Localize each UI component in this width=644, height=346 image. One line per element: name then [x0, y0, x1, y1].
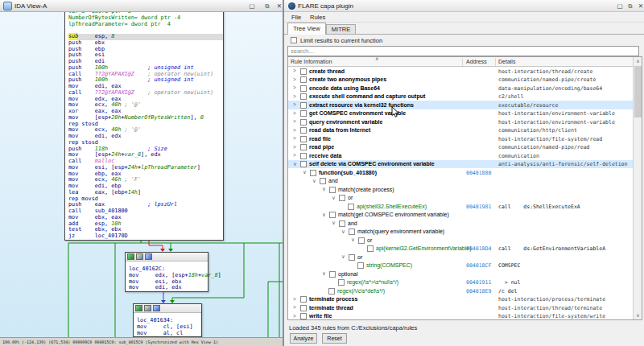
maximize-icon[interactable]: ▢	[614, 2, 625, 10]
column-details[interactable]: Details	[498, 59, 515, 64]
rule-checkbox[interactable]	[358, 237, 365, 244]
rule-name[interactable]: query environment variable	[309, 119, 382, 125]
expand-arrow-icon[interactable]: >	[293, 127, 296, 133]
menu-rules[interactable]: Rules	[310, 14, 325, 21]
rule-name[interactable]: match(query environment variable)	[357, 229, 444, 234]
rule-checkbox[interactable]	[300, 161, 307, 167]
rule-checkbox[interactable]	[300, 127, 307, 134]
expand-arrow-icon[interactable]: >	[293, 118, 296, 124]
rule-name[interactable]: match(create process)	[338, 187, 394, 192]
rule-checkbox[interactable]	[300, 136, 307, 142]
float-icon[interactable]: ⧉	[262, 2, 273, 10]
rule-checkbox[interactable]	[348, 204, 354, 210]
rule-name[interactable]: write file	[309, 313, 332, 319]
rule-checkbox[interactable]	[300, 76, 307, 83]
rule-checkbox[interactable]	[349, 254, 355, 261]
expand-arrow-icon[interactable]: >	[293, 76, 296, 82]
rule-checkbox[interactable]	[320, 178, 326, 184]
scrollbar-thumb[interactable]	[634, 66, 642, 117]
rule-checkbox[interactable]	[339, 220, 345, 227]
tree-row[interactable]: ∨match(create process)	[288, 185, 634, 194]
rule-name[interactable]: and	[328, 178, 338, 183]
rule-row[interactable]: >terminate threadhost-interaction/thread…	[288, 303, 634, 312]
rule-name[interactable]: function(sub_401880)	[319, 170, 377, 175]
rule-row[interactable]: >write filehost-interaction/file-system/…	[288, 312, 634, 321]
collapse-arrow-icon[interactable]: ∨	[312, 178, 316, 184]
tree-row[interactable]: ∨match(get COMSPEC environment variable)	[288, 211, 634, 220]
rule-name[interactable]: match(get COMSPEC environment variable)	[338, 212, 449, 217]
rule-name[interactable]: or	[367, 237, 372, 243]
rule-row[interactable]: >receive datacommunication	[288, 151, 634, 160]
scroll-up-icon[interactable]: ∧	[634, 57, 642, 65]
expand-arrow-icon[interactable]: >	[293, 144, 296, 150]
collapse-arrow-icon[interactable]: ∨	[303, 169, 307, 175]
block-icon[interactable]	[136, 253, 143, 260]
menu-file[interactable]: File	[291, 14, 301, 21]
rule-checkbox[interactable]	[328, 288, 335, 295]
rule-checkbox[interactable]	[300, 305, 307, 311]
rule-name[interactable]: read file	[309, 136, 331, 142]
rule-checkbox[interactable]	[367, 245, 374, 252]
rule-row[interactable]: >read data from Internetcommunication/ht…	[288, 126, 634, 135]
rule-checkbox[interactable]	[300, 102, 307, 109]
rule-row[interactable]: >terminate processhost-interaction/proce…	[288, 295, 634, 304]
collapse-arrow-icon[interactable]: ∨	[351, 237, 355, 243]
rule-checkbox[interactable]	[329, 187, 336, 193]
rule-name[interactable]: create two anonymous pipes	[309, 76, 386, 82]
rule-name[interactable]: api(shell32.ShellExecuteEx)	[357, 204, 427, 209]
expand-arrow-icon[interactable]: >	[293, 93, 296, 99]
reset-button[interactable]: Reset	[322, 333, 347, 344]
block-loc401634[interactable]: loc_401634:mov cl, [esi]mov al, cl	[133, 303, 202, 337]
tab-tree-view[interactable]: Tree View	[287, 23, 326, 35]
column-separator[interactable]	[495, 58, 496, 66]
collapse-arrow-icon[interactable]: ∨	[322, 270, 326, 277]
rule-checkbox[interactable]	[300, 144, 307, 150]
asm-instruction-line[interactable]: mov al, cl	[137, 331, 201, 337]
rule-name[interactable]: read data from Internet	[309, 127, 370, 133]
block-icon[interactable]	[135, 305, 142, 311]
asm-stackvar-line[interactable]: lpThreadParameter= dword ptr 4	[68, 22, 223, 28]
rule-name[interactable]: regex(/\/c\s*del\s*/)	[337, 288, 385, 294]
block-titlebar[interactable]	[126, 253, 208, 262]
rule-checkbox[interactable]	[338, 279, 345, 286]
tree-row[interactable]: regex(/\/c\s*del\s*/)004018E9/c del	[288, 286, 634, 295]
rule-row[interactable]: >query environment variablehost-interact…	[288, 117, 634, 126]
block-titlebar[interactable]	[134, 304, 201, 313]
search-input[interactable]	[287, 46, 639, 56]
rule-checkbox[interactable]	[300, 110, 307, 117]
address-link[interactable]: 00401880	[466, 170, 491, 176]
rule-checkbox[interactable]	[300, 119, 307, 126]
vertical-scrollbar[interactable]: ∧ ∨	[633, 57, 642, 319]
rule-row[interactable]: >read pipecommunication/named-pipe/read	[288, 143, 634, 152]
address-link[interactable]: 004018CF	[466, 262, 491, 269]
column-separator[interactable]	[462, 58, 463, 66]
rule-checkbox[interactable]	[349, 229, 355, 235]
rule-checkbox[interactable]	[329, 212, 336, 218]
expand-arrow-icon[interactable]: >	[293, 304, 296, 310]
float-icon[interactable]: ⧉	[625, 2, 636, 10]
rule-name[interactable]: terminate thread	[309, 305, 353, 311]
limit-results-checkbox[interactable]	[291, 37, 297, 43]
analyze-button[interactable]: Analyze	[290, 333, 317, 344]
collapse-arrow-icon[interactable]: ∨	[322, 212, 326, 218]
block-icon[interactable]	[153, 305, 160, 311]
tree-row[interactable]: ∨optional	[288, 270, 634, 278]
expand-arrow-icon[interactable]: >	[293, 135, 296, 141]
block-icon[interactable]	[144, 305, 151, 311]
graph-view[interactable]: var_8= dword ptr -8NumberOfBytesWritten=…	[0, 12, 283, 337]
collapse-arrow-icon[interactable]: ∨	[322, 186, 326, 192]
tree-row[interactable]: ∨and	[288, 219, 634, 228]
tree-row[interactable]: ∨function(sub_401880)00401880	[288, 168, 634, 177]
rule-checkbox[interactable]	[339, 195, 345, 201]
rule-checkbox[interactable]	[300, 153, 307, 159]
tree-row[interactable]: ∨and	[288, 177, 634, 186]
rule-name[interactable]: regex(/\s*>\s*nul\s*/)	[347, 279, 398, 285]
address-link[interactable]: 004018D4	[466, 245, 491, 252]
rule-row[interactable]: >read filehost-interaction/file-system/r…	[288, 134, 634, 143]
rule-checkbox[interactable]	[310, 170, 316, 176]
block-icon[interactable]	[145, 253, 152, 260]
rule-checkbox[interactable]	[300, 85, 307, 92]
address-link[interactable]: 00401911	[466, 279, 491, 286]
rule-name[interactable]: encode data using Base64	[309, 85, 380, 91]
block-sub4015C0[interactable]: var_8= dword ptr -8NumberOfBytesWritten=…	[64, 12, 224, 241]
